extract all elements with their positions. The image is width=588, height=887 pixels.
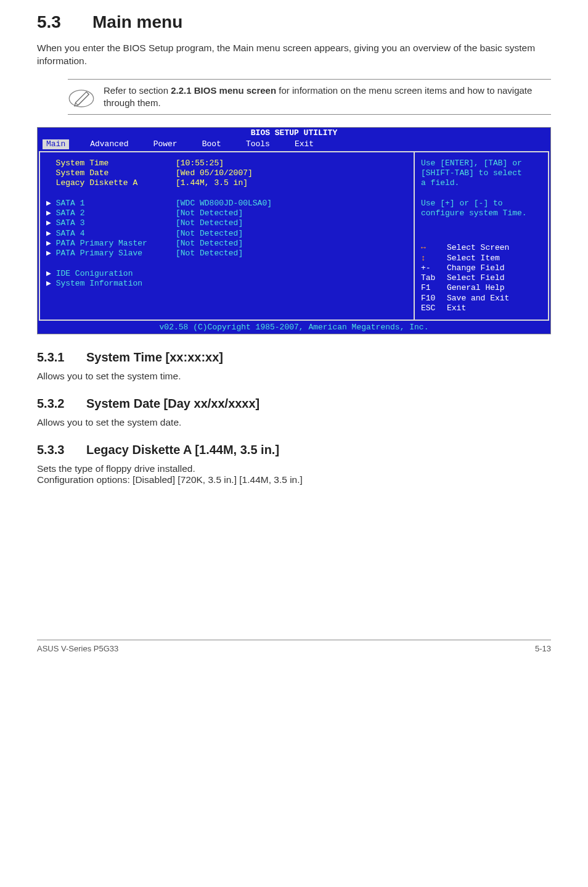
bios-footer: v02.58 (C)Copyright 1985-2007, American … [38, 322, 550, 334]
bios-help-line: [SHIFT-TAB] to select [421, 168, 542, 178]
subsection-title: 5.3.2System Date [Day xx/xx/xxxx] [37, 397, 551, 411]
bios-tab-boot[interactable]: Boot [198, 139, 225, 149]
bios-nav-key: ↕Select Item [421, 254, 542, 263]
bios-tab-main[interactable]: Main [43, 139, 69, 149]
bios-tabs: MainAdvancedPowerBootToolsExit [38, 139, 550, 151]
bios-sata-row[interactable]: ▶ SATA 2[Not Detected] [46, 208, 407, 218]
bios-help-line: Use [+] or [-] to [421, 199, 542, 208]
bios-field-row[interactable]: System Time[10:55:25] [46, 159, 407, 168]
pencil-icon [68, 85, 95, 109]
bios-sata-row[interactable]: ▶ SATA 3[Not Detected] [46, 218, 407, 228]
intro-text: When you enter the BIOS Setup program, t… [37, 42, 551, 68]
bios-field-value: [Not Detected] [176, 239, 243, 249]
bios-submenu-row[interactable]: ▶ IDE Coniguration [46, 269, 407, 279]
bios-field-row[interactable]: System Date[Wed 05/10/2007] [46, 168, 407, 178]
bios-field-value: [Not Detected] [176, 208, 243, 218]
bios-field-value: [Not Detected] [176, 249, 243, 258]
bios-field-label: ▶ PATA Primary Slave [46, 249, 176, 258]
bios-screen: BIOS SETUP UTILITY MainAdvancedPowerBoot… [37, 127, 551, 334]
subsection-body: Allows you to set the system date. [37, 417, 551, 428]
bios-help-line: configure system Time. [421, 208, 542, 218]
bios-tab-tools[interactable]: Tools [242, 139, 274, 149]
bios-sata-row[interactable]: ▶ SATA 4[Not Detected] [46, 229, 407, 239]
svg-point-0 [69, 90, 93, 107]
bios-help-line: Use [ENTER], [TAB] or [421, 159, 542, 168]
bios-help-pane: Use [ENTER], [TAB] or[SHIFT-TAB] to sele… [414, 151, 549, 321]
bios-nav-key: ESCExit [421, 303, 542, 313]
bios-field-label: ▶ SATA 3 [46, 218, 176, 228]
bios-field-value[interactable]: [1.44M, 3.5 in] [176, 178, 248, 188]
bios-field-value[interactable]: [10:55:25] [176, 159, 224, 168]
subsection-title: 5.3.3Legacy Diskette A [1.44M, 3.5 in.] [37, 443, 551, 457]
bios-field-label: ▶ SATA 1 [46, 199, 176, 208]
bios-nav-key: F1General Help [421, 283, 542, 293]
note-box: Refer to section 2.2.1 BIOS menu screen … [68, 79, 551, 115]
section-title: 5.3Main menu [37, 12, 551, 32]
bios-field-label: ▶ PATA Primary Master [46, 239, 176, 249]
subsection-title: 5.3.1System Time [xx:xx:xx] [37, 350, 551, 365]
bios-title: BIOS SETUP UTILITY [38, 128, 550, 139]
footer-left: ASUS V-Series P5G33 [37, 644, 118, 653]
bios-field-value[interactable]: [Wed 05/10/2007] [176, 168, 253, 178]
note-text: Refer to section 2.2.1 BIOS menu screen … [104, 85, 551, 110]
bios-field-label: System Date [46, 168, 176, 178]
bios-sata-row[interactable]: ▶ SATA 1[WDC WD800JD-00LSA0] [46, 199, 407, 208]
bios-tab-power[interactable]: Power [150, 139, 181, 149]
bios-help-line [421, 189, 542, 199]
bios-main-pane: System Time[10:55:25] System Date[Wed 05… [39, 151, 414, 321]
section-number: 5.3 [37, 12, 92, 32]
footer-page-number: 5-13 [535, 644, 551, 653]
bios-nav-key: ↔Select Screen [421, 243, 542, 253]
bios-sata-row[interactable]: ▶ PATA Primary Slave[Not Detected] [46, 249, 407, 258]
bios-field-row[interactable]: Legacy Diskette A[1.44M, 3.5 in] [46, 178, 407, 188]
bios-sata-row[interactable]: ▶ PATA Primary Master[Not Detected] [46, 239, 407, 249]
bios-nav-key: TabSelect Field [421, 273, 542, 283]
bios-submenu-row[interactable]: ▶ System Information [46, 279, 407, 289]
page-footer: ASUS V-Series P5G33 5-13 [37, 640, 551, 653]
bios-tab-advanced[interactable]: Advanced [86, 139, 132, 149]
section-name: Main menu [92, 12, 182, 31]
bios-field-label: ▶ SATA 2 [46, 208, 176, 218]
bios-tab-exit[interactable]: Exit [291, 139, 317, 149]
bios-nav-key: +-Change Field [421, 263, 542, 273]
bios-field-value: [WDC WD800JD-00LSA0] [176, 199, 272, 208]
bios-field-label: ▶ SATA 4 [46, 229, 176, 239]
bios-nav-key: F10Save and Exit [421, 294, 542, 303]
bios-field-label: System Time [46, 159, 176, 168]
bios-help-line: a field. [421, 178, 542, 188]
bios-field-value: [Not Detected] [176, 218, 243, 228]
subsection-body: Sets the type of floppy drive installed.… [37, 463, 551, 485]
bios-field-value: [Not Detected] [176, 229, 243, 239]
subsection-body: Allows you to set the system time. [37, 371, 551, 382]
bios-field-label: Legacy Diskette A [46, 178, 176, 188]
